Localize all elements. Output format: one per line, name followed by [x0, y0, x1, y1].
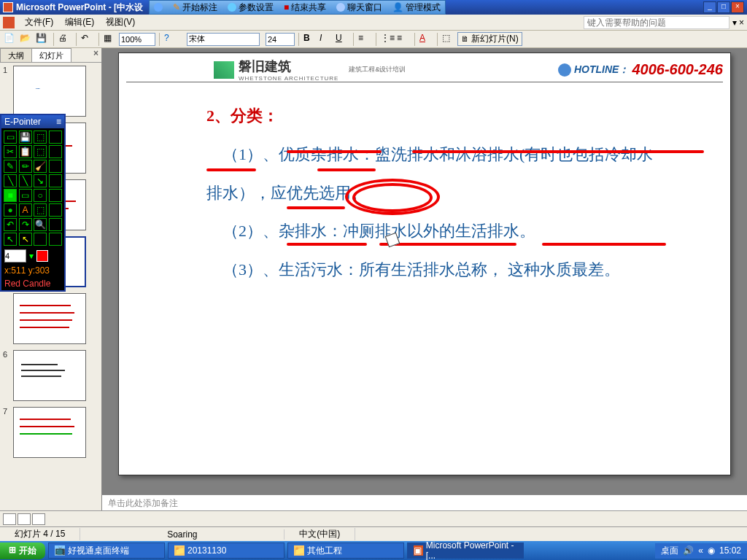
epointer-window[interactable]: E-Pointer≡ ▭💾⬚ ✂📋⬚ ✎✏🧹 ╲╲↘ ■▭○ ●A⬚ ↶↷🔍 ↖…: [0, 114, 66, 292]
ep-tool[interactable]: 📋: [19, 145, 32, 158]
clock[interactable]: 15:02: [719, 545, 741, 556]
table-button[interactable]: ▦: [103, 32, 117, 47]
ep-tool[interactable]: ╲: [19, 174, 32, 187]
start-annotate-button[interactable]: ✎开始标注: [173, 1, 217, 14]
slide-content: 2、分类： （1）、优质杂排水：盥洗排水和沐浴排水(有时也包括冷却水 排水），应…: [206, 97, 708, 289]
ep-tool[interactable]: [49, 218, 62, 231]
chat-window-button[interactable]: 聊天窗口: [336, 1, 382, 14]
ep-tool[interactable]: ▭: [4, 131, 17, 144]
ep-tool[interactable]: ⬚: [34, 203, 47, 217]
task-1[interactable]: 📺好视通桌面终端: [48, 542, 165, 559]
zoom-select[interactable]: [119, 33, 155, 46]
ep-tool[interactable]: [34, 233, 47, 246]
slide-view[interactable]: 磐旧建筑 WHETSTONE ARCHITECTURE 建筑工程&设计培训 HO…: [102, 48, 747, 494]
fontcolor-button[interactable]: A: [419, 32, 433, 47]
author-name: Soaring: [80, 529, 285, 540]
bold-button[interactable]: B: [303, 32, 317, 47]
newslide-button[interactable]: 🗎 新幻灯片(N): [457, 32, 522, 46]
ep-tool[interactable]: [49, 189, 62, 202]
param-settings-button[interactable]: 参数设置: [228, 1, 274, 14]
tab-slides[interactable]: 幻灯片: [31, 48, 71, 62]
slide-indicator: 幻灯片 4 / 15: [0, 528, 80, 540]
ep-tool[interactable]: [49, 160, 62, 173]
ep-tool[interactable]: ✏: [19, 160, 32, 173]
open-button[interactable]: 📂: [19, 32, 34, 47]
admin-mode-button[interactable]: 👤管理模式: [392, 1, 441, 14]
font-select[interactable]: [187, 33, 260, 46]
notes-area[interactable]: 单击此处添加备注: [102, 494, 747, 510]
desktop-label[interactable]: 桌面: [661, 545, 678, 557]
ep-tool[interactable]: [49, 233, 62, 246]
menu-edit[interactable]: 编辑(E): [59, 15, 100, 30]
powerpoint-icon[interactable]: [3, 17, 15, 28]
ep-tool[interactable]: ⬚: [34, 145, 47, 158]
ep-tool[interactable]: ╲: [4, 174, 17, 187]
start-button[interactable]: ⊞开始: [0, 542, 45, 559]
maximize-button[interactable]: □: [717, 1, 730, 13]
ep-size-select[interactable]: [4, 249, 26, 262]
tray-app-icon[interactable]: ◉: [708, 545, 715, 556]
ep-tool[interactable]: ○: [34, 189, 47, 202]
epointer-titlebar[interactable]: E-Pointer≡: [1, 115, 64, 128]
ep-tool[interactable]: ↘: [34, 174, 47, 187]
slideshow-button[interactable]: [32, 513, 45, 525]
share-toolbar: ✎开始标注 参数设置 ■结束共享 聊天窗口 👤管理模式: [149, 0, 446, 15]
help-input[interactable]: [584, 16, 729, 29]
numbering-button[interactable]: ≡: [396, 32, 411, 47]
hotline-number: 4006-600-246: [632, 61, 723, 78]
end-share-button[interactable]: ■结束共享: [284, 1, 326, 14]
task-2[interactable]: 📁20131130: [168, 542, 285, 559]
ep-tool[interactable]: 💾: [19, 131, 32, 144]
ep-tool[interactable]: [49, 145, 62, 158]
annotation-circle: [345, 179, 440, 215]
ep-color-swatch[interactable]: [36, 250, 48, 262]
ep-tool[interactable]: [49, 203, 62, 217]
epointer-minimize[interactable]: ≡: [56, 117, 61, 127]
share-move-icon[interactable]: [154, 3, 163, 12]
phone-icon: [558, 63, 571, 77]
italic-button[interactable]: I: [319, 32, 333, 47]
undo-button[interactable]: ↶: [80, 32, 95, 47]
ep-tool[interactable]: ↖: [19, 233, 32, 246]
ep-tool[interactable]: ⬚: [34, 131, 47, 144]
print-button[interactable]: 🖨: [58, 32, 72, 47]
ep-tool[interactable]: A: [19, 203, 32, 217]
fontsize-select[interactable]: [266, 33, 295, 46]
task-3[interactable]: 📁其他工程: [287, 542, 404, 559]
ep-tool[interactable]: ✎: [4, 160, 17, 173]
save-button[interactable]: 💾: [35, 32, 50, 47]
ep-tool[interactable]: [49, 174, 62, 187]
help-dropdown[interactable]: ▾ ×: [732, 18, 744, 28]
tab-outline[interactable]: 大纲: [0, 48, 32, 62]
menu-file[interactable]: 文件(F): [19, 15, 59, 30]
ep-tool[interactable]: ↶: [4, 218, 17, 231]
panel-close[interactable]: ×: [90, 48, 101, 62]
sorter-view-button[interactable]: [18, 513, 31, 525]
ep-tool[interactable]: ■: [4, 189, 17, 202]
ep-tool[interactable]: 🔍: [34, 218, 47, 231]
ep-tool[interactable]: ↖: [4, 233, 17, 246]
design-button[interactable]: ⬚: [441, 32, 456, 47]
help-button[interactable]: ?: [163, 32, 178, 47]
annotation-underline: [287, 206, 345, 209]
normal-view-button[interactable]: [3, 513, 16, 525]
ep-tool[interactable]: ✂: [4, 145, 17, 158]
ep-tool[interactable]: 🧹: [34, 160, 47, 173]
bullets-button[interactable]: ⋮≡: [380, 32, 395, 47]
menu-view[interactable]: 视图(V): [100, 15, 141, 30]
ep-tool[interactable]: ●: [4, 203, 17, 217]
close-button[interactable]: ×: [731, 1, 744, 13]
align-button[interactable]: ≡: [357, 32, 372, 47]
new-button[interactable]: 📄: [3, 32, 18, 47]
system-tray[interactable]: 桌面 🔊 « ◉ 15:02: [655, 543, 747, 559]
task-4[interactable]: ▣Microsoft PowerPoint - [...: [407, 542, 524, 559]
minimize-button[interactable]: _: [703, 1, 716, 13]
ep-tool[interactable]: ▭: [19, 189, 32, 202]
slide: 磐旧建筑 WHETSTONE ARCHITECTURE 建筑工程&设计培训 HO…: [118, 52, 731, 475]
tray-expand-icon[interactable]: «: [698, 545, 703, 556]
ep-tool[interactable]: [49, 131, 62, 144]
ep-tool[interactable]: ↷: [19, 218, 32, 231]
tray-icon[interactable]: 🔊: [683, 545, 694, 556]
app-icon: [3, 2, 13, 12]
underline-button[interactable]: U: [335, 32, 349, 47]
